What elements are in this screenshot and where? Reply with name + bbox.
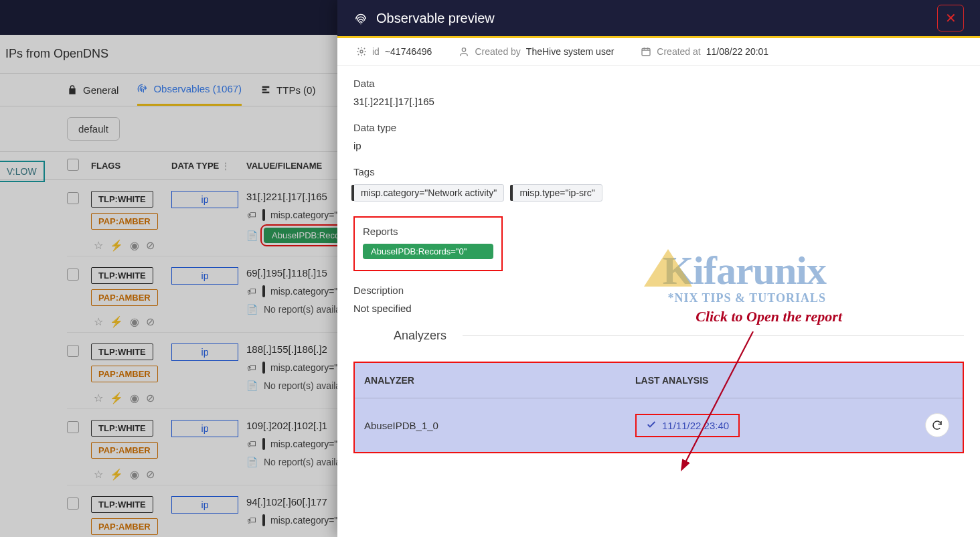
tag-chip[interactable]: misp.category="Network activity" [353, 184, 504, 202]
meta-bar: id ~41746496 Created by TheHive system u… [337, 38, 980, 66]
analyzers-table: ANALYZER LAST ANALYSIS AbuseIPDB_1_0 11/… [353, 362, 964, 453]
createdat-value: 11/08/22 20:01 [706, 46, 768, 57]
analyzers-heading: Analyzers [353, 329, 446, 343]
gear-icon [356, 46, 367, 57]
panel-title-text: Observable preview [376, 11, 495, 26]
analyzer-name: AbuseIPDB_1_0 [355, 405, 626, 446]
createdby-label: Created by [475, 46, 520, 57]
tag-chip[interactable]: misp.type="ip-src" [512, 184, 602, 202]
fingerprint-icon [353, 11, 368, 25]
observable-preview-panel: Observable preview ✕ id ~41746496 Create… [337, 0, 980, 537]
check-icon [646, 419, 657, 432]
data-value: 31[.]221[.]17[.]165 [353, 96, 964, 107]
refresh-button[interactable] [925, 413, 949, 437]
close-button[interactable]: ✕ [937, 5, 964, 31]
last-analysis-link[interactable]: 11/11/22 23:40 [635, 414, 740, 437]
id-value: ~41746496 [385, 46, 432, 57]
th-last-analysis: LAST ANALYSIS [626, 363, 900, 398]
datatype-label: Data type [353, 122, 964, 133]
description-value: Not specified [353, 303, 964, 314]
description-label: Description [353, 285, 964, 296]
close-icon: ✕ [945, 10, 957, 26]
svg-point-1 [463, 48, 466, 52]
id-label: id [372, 46, 380, 57]
createdby-value: TheHive system user [526, 46, 614, 57]
last-analysis-date: 11/11/22 23:40 [662, 420, 729, 431]
reports-label: Reports [363, 226, 493, 237]
reports-section: Reports AbuseIPDB:Records="0" [353, 216, 503, 271]
data-label: Data [353, 78, 964, 89]
analyzer-row: AbuseIPDB_1_0 11/11/22 23:40 [355, 398, 963, 452]
annotation-text: Click to Open the report [696, 308, 842, 325]
tags-label: Tags [353, 166, 964, 177]
createdat-label: Created at [657, 46, 700, 57]
user-icon [459, 46, 469, 57]
th-analyzer: ANALYZER [355, 363, 626, 398]
report-pill[interactable]: AbuseIPDB:Records="0" [363, 244, 493, 259]
svg-rect-2 [642, 48, 650, 56]
calendar-icon [641, 46, 651, 57]
svg-point-0 [360, 50, 363, 53]
datatype-value: ip [353, 140, 964, 151]
